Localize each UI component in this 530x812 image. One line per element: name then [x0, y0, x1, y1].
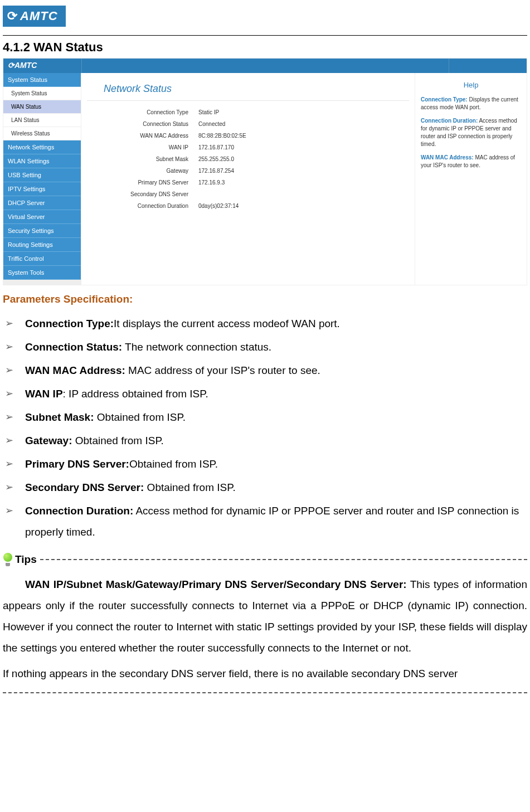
- help-title: Help: [421, 81, 521, 89]
- chevron-right-icon: ➢: [3, 360, 25, 380]
- main-panel: Network Status Connection TypeStatic IPC…: [81, 73, 415, 285]
- brand-text: AMTC: [20, 9, 58, 23]
- params-title: Parameters Specification:: [3, 293, 527, 305]
- param-text: Secondary DNS Server: Obtained from ISP.: [25, 477, 527, 498]
- topbar-seg: [81, 59, 449, 73]
- kv-value: 0day(s)02:37:14: [198, 203, 239, 209]
- kv-row: Subnet Mask255.255.255.0: [87, 153, 409, 165]
- param-item: ➢WAN IP: IP address obtained from ISP.: [3, 383, 527, 405]
- help-item: Connection Duration: Access method for d…: [421, 117, 521, 148]
- nav-group[interactable]: DHCP Server: [3, 196, 81, 210]
- dash-line: [40, 559, 527, 560]
- nav-group[interactable]: USB Setting: [3, 168, 81, 182]
- chevron-right-icon: ➢: [3, 477, 25, 497]
- nav-group[interactable]: System Tools: [3, 266, 81, 280]
- param-text: WAN IP: IP address obtained from ISP.: [25, 383, 527, 405]
- kv-value: 8C:88:2B:B0:02:5E: [198, 133, 246, 139]
- brand-mini: ⟳AMTC: [3, 59, 81, 73]
- help-item: WAN MAC Address: MAC address of your ISP…: [421, 154, 521, 169]
- kv-row: Connection StatusConnected: [87, 118, 409, 130]
- kv-key: Connection Duration: [87, 203, 198, 209]
- kv-row: WAN MAC Address8C:88:2B:B0:02:5E: [87, 130, 409, 142]
- param-item: ➢WAN MAC Address: MAC address of your IS…: [3, 360, 527, 381]
- sidebar-item[interactable]: LAN Status: [3, 114, 81, 127]
- kv-value: 172.16.87.170: [198, 144, 234, 150]
- swirl-icon: ⟳: [7, 9, 18, 23]
- param-item: ➢Subnet Mask: Obtained from ISP.: [3, 407, 527, 428]
- param-text: Connection Type:It displays the current …: [25, 313, 527, 334]
- kv-key: WAN MAC Address: [87, 133, 198, 139]
- kv-key: Connection Type: [87, 109, 198, 115]
- section-heading: 4.1.2 WAN Status: [3, 40, 527, 55]
- tips-paragraph-1: WAN IP/Subnet Mask/Gateway/Primary DNS S…: [3, 574, 527, 659]
- nav-group[interactable]: Virtual Server: [3, 210, 81, 224]
- nav-group[interactable]: Security Settings: [3, 224, 81, 238]
- sidebar: System Status System StatusWAN StatusLAN…: [3, 73, 81, 285]
- nav-group[interactable]: Triffic Control: [3, 252, 81, 266]
- help-item: Connection Type: Displays the current ac…: [421, 96, 521, 111]
- chevron-right-icon: ➢: [3, 454, 25, 474]
- chevron-right-icon: ➢: [3, 407, 25, 427]
- nav-group[interactable]: WLAN Settings: [3, 154, 81, 168]
- param-text: Connection Duration: Access method for d…: [25, 500, 527, 543]
- tips-bold: WAN IP/Subnet Mask/Gateway/Primary DNS S…: [25, 578, 407, 590]
- sidebar-item[interactable]: Wireless Status: [3, 127, 81, 140]
- kv-key: Connection Status: [87, 121, 198, 127]
- param-list: ➢Connection Type:It displays the current…: [3, 313, 527, 543]
- topbar-seg-right: [449, 59, 527, 73]
- param-text: Connection Status: The network connectio…: [25, 337, 527, 358]
- kv-key: Secondary DNS Server: [87, 191, 198, 197]
- brand-logo: ⟳AMTC: [3, 6, 66, 27]
- page-header: ⟳AMTC: [0, 0, 530, 30]
- kv-key: Subnet Mask: [87, 156, 198, 162]
- nav-group[interactable]: IPTV Settings: [3, 182, 81, 196]
- param-item: ➢Connection Duration: Access method for …: [3, 500, 527, 543]
- param-text: Primary DNS Server:Obtained from ISP.: [25, 454, 527, 475]
- admin-screenshot: ⟳AMTC System Status System StatusWAN Sta…: [3, 58, 527, 285]
- app-body: System Status System StatusWAN StatusLAN…: [3, 73, 527, 285]
- kv-value: 255.255.255.0: [198, 156, 234, 162]
- dash-line-bottom: [3, 692, 527, 693]
- tips-row: Tips: [3, 553, 527, 566]
- kv-value: Static IP: [198, 109, 219, 115]
- chevron-right-icon: ➢: [3, 500, 25, 521]
- kv-row: Connection TypeStatic IP: [87, 106, 409, 118]
- app-topbar: ⟳AMTC: [3, 59, 527, 73]
- bulb-icon: [3, 553, 13, 566]
- param-item: ➢Gateway: Obtained from ISP.: [3, 430, 527, 451]
- param-text: Gateway: Obtained from ISP.: [25, 430, 527, 451]
- kv-row: Secondary DNS Server: [87, 188, 409, 200]
- swirl-icon: ⟳: [8, 61, 14, 70]
- help-panel: Help Connection Type: Displays the curre…: [415, 73, 527, 285]
- kv-value: 172.16.87.254: [198, 168, 234, 174]
- sidebar-item[interactable]: System Status: [3, 87, 81, 100]
- param-text: Subnet Mask: Obtained from ISP.: [25, 407, 527, 428]
- kv-row: Primary DNS Server172.16.9.3: [87, 177, 409, 188]
- chevron-right-icon: ➢: [3, 337, 25, 357]
- nav-group-system-status[interactable]: System Status: [3, 73, 81, 87]
- sidebar-item[interactable]: WAN Status: [3, 100, 81, 114]
- param-text: WAN MAC Address: MAC address of your ISP…: [25, 360, 527, 381]
- param-item: ➢Primary DNS Server:Obtained from ISP.: [3, 454, 527, 475]
- divider: [3, 35, 527, 36]
- kv-value: Connected: [198, 121, 225, 127]
- kv-row: WAN IP172.16.87.170: [87, 142, 409, 153]
- param-item: ➢Connection Type:It displays the current…: [3, 313, 527, 334]
- chevron-right-icon: ➢: [3, 430, 25, 450]
- kv-value: 172.16.9.3: [198, 179, 225, 186]
- param-item: ➢Connection Status: The network connecti…: [3, 337, 527, 358]
- kv-key: Primary DNS Server: [87, 179, 198, 186]
- tips-paragraph-2: If nothing appears in the secondary DNS …: [3, 663, 527, 684]
- kv-row: Connection Duration0day(s)02:37:14: [87, 200, 409, 212]
- nav-group[interactable]: Network Settings: [3, 140, 81, 154]
- nav-group[interactable]: Routing Settings: [3, 238, 81, 252]
- chevron-right-icon: ➢: [3, 383, 25, 403]
- param-item: ➢Secondary DNS Server: Obtained from ISP…: [3, 477, 527, 498]
- panel-title: Network Status: [87, 81, 409, 101]
- tips-label: Tips: [15, 553, 37, 566]
- kv-key: WAN IP: [87, 144, 198, 150]
- chevron-right-icon: ➢: [3, 313, 25, 333]
- kv-row: Gateway172.16.87.254: [87, 165, 409, 177]
- kv-key: Gateway: [87, 168, 198, 174]
